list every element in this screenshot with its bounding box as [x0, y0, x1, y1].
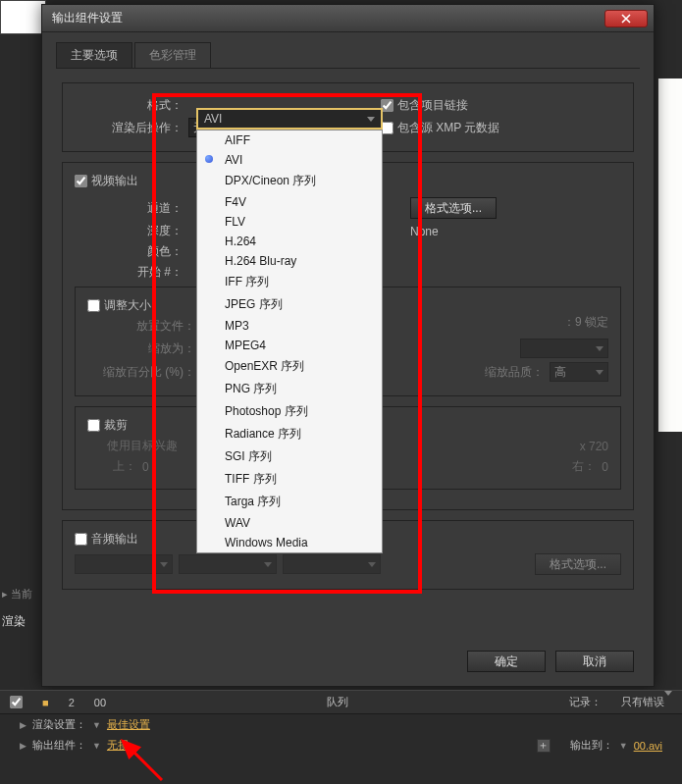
close-icon	[621, 14, 631, 24]
depth-label: 深度：	[75, 223, 183, 239]
scale-pct-label: 缩放百分比 (%)：	[87, 364, 195, 381]
chevron-down-icon[interactable]: ▼	[92, 720, 101, 730]
crop-right-label: 右：	[572, 458, 596, 475]
tab-strip: 主要选项 色彩管理	[42, 32, 654, 69]
adjust-size-hint: ：9 锁定	[563, 314, 608, 331]
post-render-label: 渲染后操作：	[75, 120, 183, 136]
crop-target-label: 使用目标兴趣	[107, 438, 178, 454]
preview-panel-edge	[657, 78, 682, 432]
record-select[interactable]: 只有错误	[621, 695, 672, 709]
selected-bullet-icon	[205, 155, 213, 163]
format-option[interactable]: Targa 序列	[197, 491, 382, 513]
include-xmp-checkbox[interactable]: 包含源 XMP 元数据	[381, 120, 499, 136]
chevron-down-icon[interactable]: ▼	[92, 741, 101, 751]
chevron-down-icon	[160, 562, 168, 567]
scale-quality-select: 高	[550, 362, 608, 382]
output-module-link[interactable]: 无损	[107, 738, 129, 753]
format-option[interactable]: MP3	[197, 316, 382, 336]
format-option[interactable]: MPEG4	[197, 336, 382, 355]
chevron-down-icon	[368, 562, 376, 567]
audio-output-input[interactable]	[75, 533, 87, 546]
format-option[interactable]: OpenEXR 序列	[197, 355, 382, 378]
output-module-label: 输出组件：	[32, 738, 86, 753]
crop-top-value: 0	[142, 460, 149, 474]
format-label: 格式：	[75, 97, 183, 114]
chevron-down-icon	[596, 370, 603, 375]
audio-chan-select	[283, 554, 381, 574]
format-option[interactable]: Radiance 序列	[197, 423, 382, 445]
crop-target-dims: x 720	[580, 440, 608, 453]
queue-col-name: 00	[94, 697, 106, 708]
chevron-down-icon	[596, 346, 603, 351]
format-option[interactable]: Windows Media	[197, 533, 382, 552]
adjust-size-input[interactable]	[87, 299, 100, 312]
crop-input[interactable]	[87, 419, 100, 432]
scale-quality-label: 缩放品质：	[485, 364, 544, 381]
ok-button[interactable]: 确定	[467, 651, 546, 672]
format-option[interactable]: PNG 序列	[197, 378, 382, 400]
format-option[interactable]: DPX/Cineon 序列	[197, 170, 382, 192]
scale-select	[520, 339, 608, 358]
format-dropdown-list[interactable]: AIFFAVIDPX/Cineon 序列F4VFLVH.264H.264 Blu…	[196, 130, 383, 553]
render-queue-panel: ■ 2 00 队列 记录： 只有错误 ▶ 渲染设置： ▼ 最佳设置 ▶ 输出组件…	[0, 690, 682, 784]
current-label: ▸ 当前	[2, 587, 32, 601]
start-hash-label: 开始 #：	[75, 264, 183, 281]
chevron-down-icon	[664, 691, 672, 707]
output-to-label: 输出到：	[570, 738, 613, 753]
format-option[interactable]: H.264	[197, 232, 382, 251]
format-option[interactable]: AIFF	[197, 131, 382, 150]
depth-value: None	[410, 225, 439, 238]
cancel-button[interactable]: 取消	[555, 651, 634, 672]
expand-icon[interactable]: ▶	[20, 741, 26, 751]
crop-top-label: 上：	[87, 458, 136, 475]
chevron-down-icon	[264, 562, 272, 567]
dialog-titlebar: 输出组件设置	[42, 5, 654, 32]
format-option[interactable]: AVI	[197, 150, 382, 170]
chevron-down-icon[interactable]: ▼	[619, 741, 628, 751]
audio-rate-select	[75, 554, 173, 574]
format-select-value: AVI	[204, 112, 222, 126]
scale-label: 缩放为：	[87, 340, 195, 357]
project-thumbnail	[0, 0, 46, 34]
queue-col-num: 2	[69, 697, 75, 708]
render-settings-label: 渲染设置：	[32, 717, 86, 732]
channels-label: 通道：	[75, 200, 183, 217]
format-option[interactable]: Photoshop 序列	[197, 400, 382, 423]
format-option[interactable]: JPEG 序列	[197, 293, 382, 316]
render-queue-header: ■ 2 00 队列 记录： 只有错误	[0, 690, 682, 714]
color-label: 颜色：	[75, 243, 183, 260]
format-option[interactable]: TIFF 序列	[197, 468, 382, 491]
chevron-down-icon	[367, 117, 375, 122]
record-label: 记录：	[569, 695, 602, 709]
place-file-label: 放置文件：	[87, 318, 195, 335]
close-button[interactable]	[604, 10, 648, 27]
format-option[interactable]: FLV	[197, 212, 382, 232]
format-options-button[interactable]: 格式选项...	[410, 197, 497, 219]
include-project-link-checkbox[interactable]: 包含项目链接	[381, 97, 468, 114]
render-button-side[interactable]: 渲染	[2, 613, 26, 627]
video-output-input[interactable]	[75, 175, 87, 187]
expand-icon[interactable]: ▶	[20, 720, 26, 730]
format-option[interactable]: F4V	[197, 192, 382, 212]
audio-format-options-button: 格式选项...	[535, 553, 621, 575]
format-select[interactable]: AVI	[196, 108, 383, 130]
queue-item-checkbox[interactable]	[10, 696, 23, 708]
audio-depth-select	[179, 554, 277, 574]
format-option[interactable]: H.264 Blu-ray	[197, 251, 382, 271]
tab-main-options[interactable]: 主要选项	[56, 42, 132, 68]
format-option[interactable]: SGI 序列	[197, 445, 382, 468]
add-output-module-button[interactable]: ＋	[537, 739, 551, 753]
tab-color-management[interactable]: 色彩管理	[134, 42, 211, 68]
output-to-link[interactable]: 00.avi	[634, 740, 662, 752]
queue-col-status: 队列	[126, 695, 550, 709]
dialog-title: 输出组件设置	[52, 10, 604, 26]
dialog-button-row: 确定 取消	[42, 641, 654, 686]
render-settings-link[interactable]: 最佳设置	[107, 717, 150, 732]
crop-right-value: 0	[602, 460, 608, 474]
format-option[interactable]: IFF 序列	[197, 271, 382, 293]
format-option[interactable]: WAV	[197, 513, 382, 533]
